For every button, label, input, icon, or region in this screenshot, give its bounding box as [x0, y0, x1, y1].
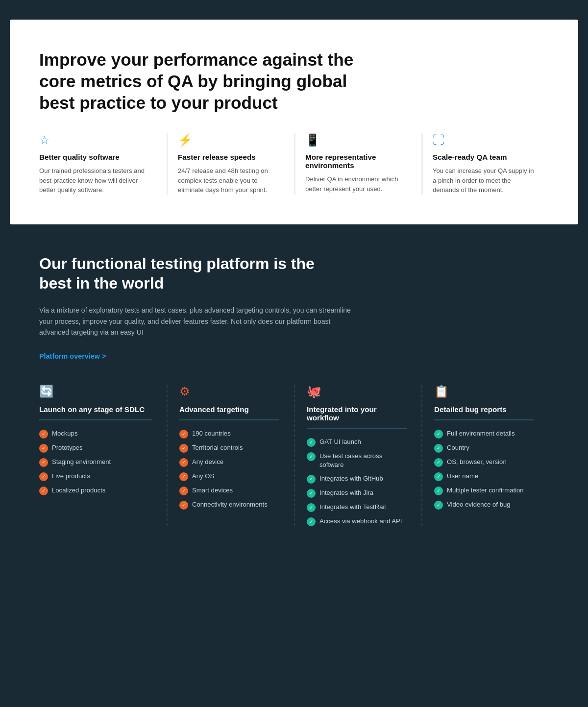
feature-title-3: Scale-ready QA team: [433, 153, 534, 161]
check-icon-1-0: ✓: [179, 430, 188, 439]
list-item-text: Live products: [52, 472, 90, 481]
list-item: ✓Multiple tester confirmation: [434, 486, 534, 495]
feature-col-2: 📱 More representative environments Deliv…: [294, 133, 421, 195]
list-item-text: Any device: [192, 458, 223, 466]
feature-desc-0: Our trained professionals testers and be…: [39, 166, 152, 195]
check-icon-3-0: ✓: [434, 430, 443, 439]
feature-icon-1: ⚡: [178, 133, 279, 147]
hero-title: Improve your performance against the cor…: [39, 49, 382, 114]
feature-icon-3: ⛶: [433, 133, 534, 147]
check-icon-1-4: ✓: [179, 487, 188, 495]
list-item: ✓Any OS: [179, 472, 279, 481]
platform-col-title-3: Detailed bug reports: [434, 405, 534, 420]
feature-col-3: ⛶ Scale-ready QA team You can increase y…: [421, 133, 549, 195]
list-item-text: Video evidence of bug: [447, 500, 511, 509]
list-item: ✓Smart devices: [179, 486, 279, 495]
platform-col-2: 🐙Integrated into your workflow✓GAT UI la…: [294, 385, 421, 527]
list-item: ✓Use test cases across software: [307, 452, 407, 470]
check-icon-1-5: ✓: [179, 501, 188, 510]
check-icon-2-4: ✓: [307, 503, 316, 512]
check-icon-2-2: ✓: [307, 475, 316, 484]
list-item: ✓Integrates with GitHub: [307, 474, 407, 484]
list-item: ✓Video evidence of bug: [434, 500, 534, 510]
platform-icon-3: 📋: [434, 385, 534, 398]
list-item: ✓Any device: [179, 458, 279, 467]
list-item: ✓Localized products: [39, 486, 152, 495]
check-icon-1-3: ✓: [179, 472, 188, 481]
list-item-text: Multiple tester confirmation: [447, 486, 524, 495]
list-item: ✓OS, browser, version: [434, 458, 534, 467]
platform-col-0: 🔄Launch on any stage of SDLC✓Mockups✓Pro…: [39, 385, 167, 527]
list-item-text: OS, browser, version: [447, 458, 507, 466]
check-list-1: ✓190 countries✓Territorial controls✓Any …: [179, 429, 279, 510]
list-item: ✓Integrates with TestRail: [307, 503, 407, 512]
list-item-text: Full environment details: [447, 429, 514, 438]
platform-link[interactable]: Platform overview >: [39, 352, 106, 360]
list-item-text: Smart devices: [192, 486, 233, 495]
feature-desc-2: Deliver QA in environment which better r…: [305, 174, 407, 194]
list-item-text: GAT UI launch: [319, 438, 361, 446]
check-icon-1-1: ✓: [179, 444, 188, 453]
list-item: ✓Full environment details: [434, 429, 534, 439]
check-icon-1-2: ✓: [179, 458, 188, 467]
check-icon-3-1: ✓: [434, 444, 443, 453]
check-icon-2-1: ✓: [307, 452, 316, 461]
check-icon-0-0: ✓: [39, 430, 48, 439]
list-item: ✓Staging environment: [39, 458, 152, 467]
platform-icon-2: 🐙: [307, 385, 407, 398]
list-item-text: Any OS: [192, 472, 214, 481]
check-icon-0-4: ✓: [39, 487, 48, 495]
list-item-text: User name: [447, 472, 478, 481]
platform-col-3: 📋Detailed bug reports✓Full environment d…: [421, 385, 549, 527]
list-item: ✓Country: [434, 443, 534, 453]
list-item: ✓Territorial controls: [179, 443, 279, 453]
list-item: ✓Mockups: [39, 429, 152, 439]
check-icon-0-2: ✓: [39, 458, 48, 467]
list-item-text: Prototypes: [52, 443, 83, 452]
platform-grid: 🔄Launch on any stage of SDLC✓Mockups✓Pro…: [39, 385, 549, 527]
dark-platform-section: Our functional testing platform is the b…: [10, 254, 578, 526]
list-item-text: Localized products: [52, 486, 105, 495]
list-item-text: Connectivity environments: [192, 500, 268, 509]
list-item-text: 190 countries: [192, 429, 231, 438]
check-icon-3-3: ✓: [434, 472, 443, 481]
check-icon-0-1: ✓: [39, 444, 48, 453]
list-item: ✓Integrates with Jira: [307, 488, 407, 498]
feature-icon-2: 📱: [305, 133, 407, 147]
list-item-text: Country: [447, 443, 469, 452]
check-icon-3-5: ✓: [434, 501, 443, 510]
list-item: ✓Live products: [39, 472, 152, 481]
platform-col-title-1: Advanced targeting: [179, 405, 279, 420]
check-icon-2-0: ✓: [307, 438, 316, 447]
list-item-text: Use test cases across software: [319, 452, 407, 470]
list-item-text: Integrates with TestRail: [319, 503, 386, 512]
check-list-3: ✓Full environment details✓Country✓OS, br…: [434, 429, 534, 510]
check-list-2: ✓GAT UI launch✓Use test cases across sof…: [307, 438, 407, 527]
platform-intro: Via a mixture of exploratory tests and t…: [39, 305, 358, 338]
platform-col-title-2: Integrated into your workflow: [307, 405, 407, 429]
feature-col-0: ☆ Better quality software Our trained pr…: [39, 133, 167, 195]
check-icon-2-5: ✓: [307, 517, 316, 526]
list-item-text: Mockups: [52, 429, 77, 438]
feature-title-2: More representative environments: [305, 153, 407, 170]
check-icon-0-3: ✓: [39, 472, 48, 481]
list-item: ✓GAT UI launch: [307, 438, 407, 447]
list-item: ✓Connectivity environments: [179, 500, 279, 510]
check-icon-3-2: ✓: [434, 458, 443, 467]
platform-link-arrow: >: [102, 352, 106, 360]
feature-desc-1: 24/7 release and 48h testing on complex …: [178, 166, 279, 195]
platform-col-1: ⚙Advanced targeting✓190 countries✓Territ…: [167, 385, 294, 527]
platform-icon-0: 🔄: [39, 385, 152, 398]
feature-title-0: Better quality software: [39, 153, 152, 161]
feature-title-1: Faster release speeds: [178, 153, 279, 161]
list-item-text: Staging environment: [52, 458, 111, 466]
list-item-text: Integrates with Jira: [319, 488, 373, 497]
check-icon-3-4: ✓: [434, 487, 443, 495]
check-list-0: ✓Mockups✓Prototypes✓Staging environment✓…: [39, 429, 152, 495]
platform-icon-1: ⚙: [179, 385, 279, 398]
feature-icon-0: ☆: [39, 133, 152, 147]
list-item: ✓Access via webhook and API: [307, 517, 407, 526]
list-item-text: Access via webhook and API: [319, 517, 402, 526]
platform-title: Our functional testing platform is the b…: [39, 254, 333, 293]
list-item: ✓User name: [434, 472, 534, 481]
